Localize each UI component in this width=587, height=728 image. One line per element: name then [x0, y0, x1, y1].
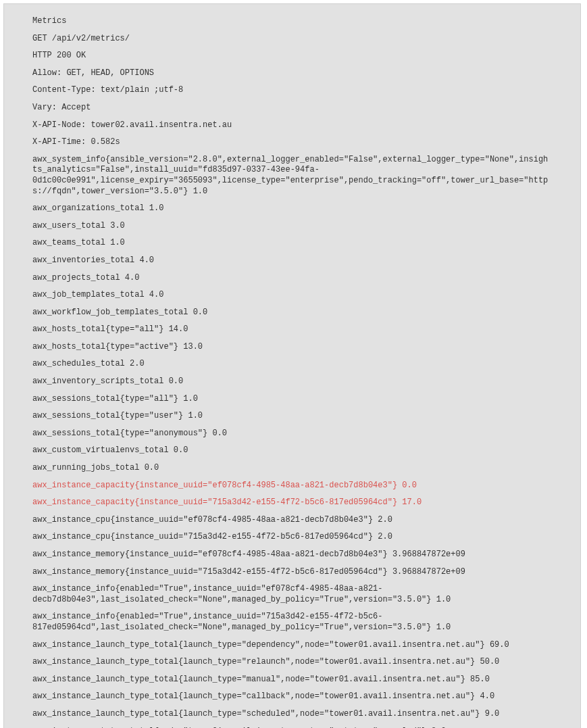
metrics-line: Content-Type: text/plain ;utf-8 [4, 85, 580, 96]
metrics-line: awx_instance_memory{instance_uuid="ef078… [4, 550, 580, 560]
metrics-line: awx_system_info{ansible_version="2.8.0",… [4, 155, 580, 197]
metrics-line: X-API-Time: 0.582s [4, 137, 580, 148]
metrics-line: awx_teams_total 1.0 [4, 238, 580, 249]
metrics-line: awx_workflow_job_templates_total 0.0 [4, 308, 580, 318]
metrics-line: awx_instance_info{enabled="True",instanc… [4, 584, 580, 605]
metrics-line: awx_hosts_total{type="all"} 14.0 [4, 324, 580, 335]
metrics-line: awx_running_jobs_total 0.0 [4, 463, 580, 474]
metrics-line: awx_organizations_total 1.0 [4, 203, 580, 214]
metrics-line: awx_instance_launch_type_total{launch_ty… [4, 657, 580, 668]
metrics-line: awx_instance_launch_type_total{launch_ty… [4, 675, 580, 685]
metrics-line: awx_job_templates_total 4.0 [4, 290, 580, 301]
metrics-line: awx_sessions_total{type="anonymous"} 0.0 [4, 429, 580, 439]
metrics-line: awx_instance_cpu{instance_uuid="715a3d42… [4, 532, 580, 543]
metrics-line: awx_inventory_scripts_total 0.0 [4, 377, 580, 387]
metrics-line: X-API-Node: tower02.avail.insentra.net.a… [4, 120, 580, 131]
metrics-lines-container: MetricsGET /api/v2/metrics/HTTP 200 OKAl… [4, 16, 580, 728]
metrics-line: awx_inventories_total 4.0 [4, 256, 580, 266]
metrics-line: awx_schedules_total 2.0 [4, 359, 580, 370]
metrics-line: Metrics [4, 16, 580, 27]
metrics-line: awx_instance_launch_type_total{launch_ty… [4, 709, 580, 720]
metrics-line: awx_instance_cpu{instance_uuid="ef078cf4… [4, 515, 580, 526]
metrics-line: awx_instance_capacity{instance_uuid="715… [4, 498, 580, 508]
metrics-line: awx_hosts_total{type="active"} 13.0 [4, 342, 580, 353]
metrics-line: awx_custom_virtualenvs_total 0.0 [4, 445, 580, 456]
metrics-line: awx_users_total 3.0 [4, 221, 580, 232]
metrics-line: awx_instance_capacity{instance_uuid="ef0… [4, 481, 580, 491]
metrics-line: Vary: Accept [4, 103, 580, 114]
metrics-line: awx_sessions_total{type="all"} 1.0 [4, 394, 580, 405]
metrics-line: Allow: GET, HEAD, OPTIONS [4, 68, 580, 79]
metrics-line: awx_instance_launch_type_total{launch_ty… [4, 640, 580, 651]
metrics-line: awx_instance_launch_type_total{launch_ty… [4, 691, 580, 702]
metrics-line: GET /api/v2/metrics/ [4, 34, 580, 45]
metrics-output-panel: MetricsGET /api/v2/metrics/HTTP 200 OKAl… [3, 3, 581, 728]
metrics-line: awx_sessions_total{type="user"} 1.0 [4, 411, 580, 422]
metrics-line: awx_instance_info{enabled="True",instanc… [4, 612, 580, 633]
metrics-line: awx_instance_memory{instance_uuid="715a3… [4, 567, 580, 578]
metrics-line: awx_projects_total 4.0 [4, 273, 580, 284]
metrics-line: HTTP 200 OK [4, 51, 580, 62]
